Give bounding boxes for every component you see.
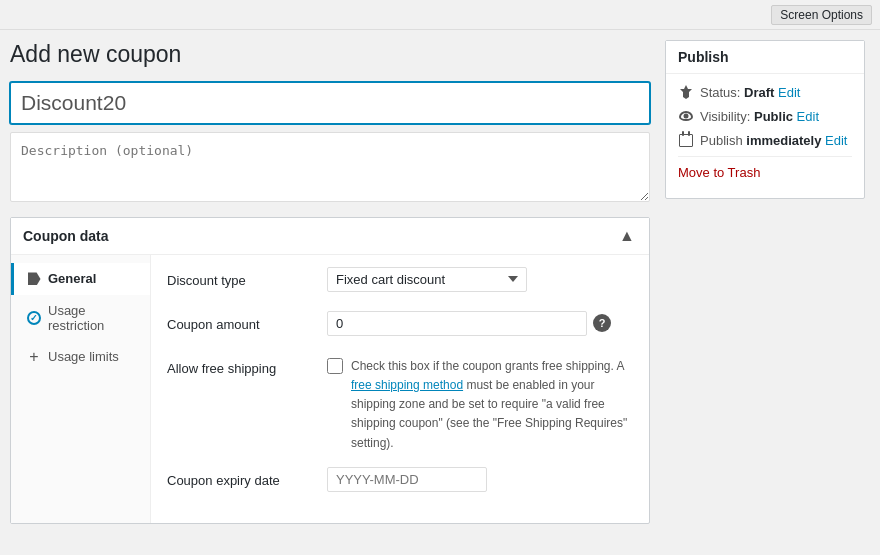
expiry-date-label: Coupon expiry date [167,467,327,488]
discount-type-field: Percentage discount Fixed cart discount … [327,267,633,292]
tab-general[interactable]: General [11,263,150,295]
panel-content: Discount type Percentage discount Fixed … [151,255,649,523]
status-edit-link[interactable]: Edit [778,85,800,100]
free-shipping-description: Check this box if the coupon grants free… [351,357,633,453]
check-circle-icon: ✓ [26,310,42,326]
expiry-date-input[interactable] [327,467,487,492]
discount-type-label: Discount type [167,267,327,288]
page-title: Add new coupon [10,40,650,70]
tab-usage-restriction[interactable]: ✓ Usage restriction [11,295,150,341]
coupon-amount-input[interactable] [327,311,587,336]
publish-time-edit-link[interactable]: Edit [825,133,847,148]
coupon-amount-field: ? [327,311,633,336]
visibility-value: Public [754,109,793,124]
tag-icon [26,271,42,287]
panel-header[interactable]: Coupon data ▲ [11,218,649,255]
pin-icon [678,84,694,100]
coupon-amount-label: Coupon amount [167,311,327,332]
panel-toggle-icon: ▲ [617,226,637,246]
visibility-row: Visibility: Public Edit [678,108,852,124]
left-column: Add new coupon Coupon data ▲ [10,40,650,545]
free-shipping-checkbox-group: Check this box if the coupon grants free… [327,355,633,453]
visibility-label-text: Visibility: [700,109,750,124]
coupon-amount-row: Coupon amount ? [167,311,633,341]
visibility-label: Visibility: Public Edit [700,109,819,124]
plus-icon: + [26,349,42,365]
tab-general-label: General [48,271,96,286]
free-shipping-row: Allow free shipping Check this box if th… [167,355,633,453]
panel-sidebar: General ✓ Usage restriction + [11,255,151,523]
free-shipping-field: Check this box if the coupon grants free… [327,355,633,453]
visibility-edit-link[interactable]: Edit [797,109,819,124]
free-shipping-label: Allow free shipping [167,355,327,376]
screen-options-bar: Screen Options [0,0,880,30]
publish-box-header: Publish [666,41,864,74]
free-shipping-checkbox[interactable] [327,358,343,374]
right-column: Publish Status: Draft Edit [665,40,865,545]
expiry-date-field [327,467,633,492]
publish-box-body: Status: Draft Edit Visibility: Public [666,74,864,198]
free-shipping-desc-prefix: Check this box if the coupon grants free… [351,359,624,373]
tab-usage-limits[interactable]: + Usage limits [11,341,150,373]
expiry-date-row: Coupon expiry date [167,467,633,497]
panel-header-title: Coupon data [23,228,109,244]
discount-type-select[interactable]: Percentage discount Fixed cart discount … [327,267,527,292]
move-to-trash-link[interactable]: Move to Trash [678,156,852,188]
discount-type-row: Discount type Percentage discount Fixed … [167,267,633,297]
coupon-amount-input-group: ? [327,311,633,336]
eye-icon [678,108,694,124]
main-content: Add new coupon Coupon data ▲ [0,30,880,555]
publish-time-label: Publish immediately Edit [700,133,847,148]
publish-box-title: Publish [678,49,729,65]
publish-time-value: immediately [746,133,821,148]
publish-time-row: Publish immediately Edit [678,132,852,148]
screen-options-button[interactable]: Screen Options [771,5,872,25]
panel-body: General ✓ Usage restriction + [11,255,649,523]
coupon-data-panel: Coupon data ▲ General [10,217,650,524]
calendar-icon [678,132,694,148]
publish-time-label-text: Publish [700,133,743,148]
publish-box: Publish Status: Draft Edit [665,40,865,199]
tab-usage-limits-label: Usage limits [48,349,119,364]
free-shipping-link[interactable]: free shipping method [351,378,463,392]
description-textarea[interactable] [10,132,650,202]
status-value: Draft [744,85,774,100]
status-label: Status: Draft Edit [700,85,800,100]
coupon-amount-help-icon[interactable]: ? [593,314,611,332]
status-row: Status: Draft Edit [678,84,852,100]
status-label-text: Status: [700,85,740,100]
coupon-code-input[interactable] [10,82,650,124]
tab-usage-restriction-label: Usage restriction [48,303,138,333]
